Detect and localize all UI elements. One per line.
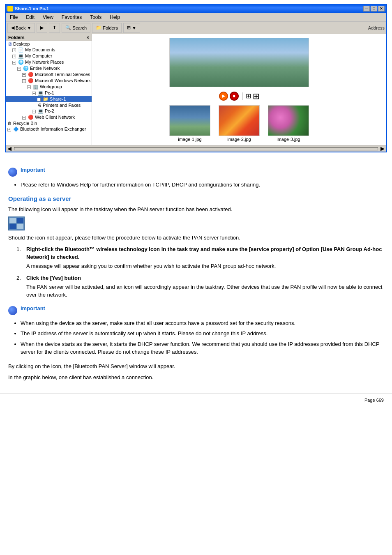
folders-label: Folders <box>103 25 118 30</box>
expand-msts[interactable]: + <box>22 73 26 77</box>
expand-pc1[interactable]: − <box>32 92 36 95</box>
expand-mynetwork[interactable]: − <box>12 61 16 64</box>
step-1: 1. Right-click the Bluetooth™ wireless t… <box>16 245 384 270</box>
menu-tools[interactable]: Tools <box>88 14 104 21</box>
scroll-right-btn[interactable]: ▶ <box>379 145 386 152</box>
expand-webclient[interactable]: + <box>22 116 26 120</box>
thumbnail-3[interactable]: image-3.jpg <box>268 105 309 142</box>
tree-item-bluetooth[interactable]: + 🔷 Bluetooth Information Exchanger <box>6 126 92 132</box>
menu-help[interactable]: Help <box>107 14 122 21</box>
expand-pc2[interactable]: + <box>32 110 36 113</box>
important-bullets-1: Please refer to Windows Help for further… <box>8 181 384 189</box>
msts-icon: 🔴 <box>28 72 34 77</box>
tree-item-recycle[interactable]: 🗑 Recycle Bin <box>6 120 92 126</box>
menu-favorites[interactable]: Favorites <box>59 14 84 21</box>
important-section-1: Important <box>8 167 384 177</box>
tree-item-mydocs[interactable]: + 📄 My Documents <box>6 47 92 53</box>
mynetwork-icon: 🌐 <box>18 60 24 64</box>
pan-cell-3 <box>9 224 16 229</box>
stop-button[interactable]: ■ <box>230 92 239 101</box>
tree-item-share1[interactable]: + 📁 Share-1 <box>6 96 92 102</box>
tree-item-desktop[interactable]: 🖥 Desktop <box>6 41 92 47</box>
minimize-button[interactable]: ─ <box>363 6 370 12</box>
folders-close-btn[interactable]: × <box>87 35 89 40</box>
important-block-2: Important <box>21 305 45 311</box>
play-button[interactable]: ▶ <box>219 92 228 101</box>
expand-bluetooth[interactable]: + <box>7 128 11 131</box>
webclient-icon: 🔴 <box>28 115 34 120</box>
landscape-image <box>169 38 309 87</box>
views-button[interactable]: ⊞▼ <box>123 23 140 33</box>
thumb-img-2 <box>219 105 260 136</box>
thumbnail-1[interactable]: image-1.jpg <box>169 105 210 142</box>
important-section-2: Important <box>8 305 384 315</box>
maximize-button[interactable]: □ <box>371 6 377 12</box>
expand-share1[interactable]: + <box>37 98 41 101</box>
operating-intro: The following icon will appear in the ta… <box>8 205 384 214</box>
up-button[interactable]: ⬆ <box>49 23 60 33</box>
pan-cell-2 <box>17 218 23 223</box>
tree-item-workgroup[interactable]: − 🏢 Workgroup <box>6 84 92 90</box>
expand-workgroup[interactable]: − <box>27 85 31 89</box>
search-button[interactable]: 🔍 Search <box>62 23 90 33</box>
closing-text-1: By clicking on the icon, the [Bluetooth … <box>8 362 384 371</box>
tree-item-entirenetwork[interactable]: − 🌐 Entire Network <box>6 65 92 71</box>
menu-view[interactable]: View <box>40 14 56 21</box>
size-icon1: ⊞ <box>246 92 251 100</box>
tree-item-mynetwork[interactable]: − 🌐 My Network Places <box>6 59 92 65</box>
scrollbar-track[interactable] <box>14 147 378 150</box>
menu-edit[interactable]: Edit <box>23 14 37 21</box>
tree-item-msts[interactable]: + 🔴 Microsoft Terminal Services <box>6 71 92 78</box>
expand-entirenetwork[interactable]: − <box>17 67 21 71</box>
important-icon-2 <box>8 306 17 315</box>
back-button[interactable]: ◀ Back ▼ <box>7 23 35 33</box>
important-bullet-1-0: Please refer to Windows Help for further… <box>21 181 384 189</box>
important-bullet-2-2: When the device starts as the server, it… <box>21 340 384 356</box>
close-button[interactable]: ✕ <box>378 6 385 12</box>
back-arrow-icon: ◀ <box>11 25 14 30</box>
forward-arrow-icon: ▶ <box>40 25 44 30</box>
toolbar: ◀ Back ▼ ▶ ⬆ 🔍 Search 📁 Folders ⊞▼ Addre… <box>6 22 386 34</box>
menu-file[interactable]: File <box>7 14 20 21</box>
entirenetwork-icon: 🌐 <box>23 66 29 71</box>
scroll-left-btn[interactable]: ◀ <box>6 145 13 152</box>
expand-mycomputer[interactable]: + <box>12 55 16 58</box>
expand-mswindows[interactable]: − <box>22 79 26 83</box>
address-label: Address <box>368 25 385 30</box>
tree-item-printers[interactable]: 🖨 Printers and Faxes <box>6 102 92 108</box>
share1-icon: 📁 <box>43 97 48 101</box>
thumbnail-2[interactable]: image-2.jpg <box>219 105 260 142</box>
views-icon: ⊞ <box>127 25 131 30</box>
thumb-img-1 <box>169 105 210 136</box>
explorer-body: Folders × 🖥 Desktop + 📄 My Documents + 💻… <box>6 34 386 145</box>
tree-item-pc2[interactable]: + 💻 Pc-2 <box>6 108 92 114</box>
closing-text-2: In the graphic below, one client has est… <box>8 373 384 382</box>
mswindows-icon: 🔴 <box>28 78 34 83</box>
important-label-1: Important <box>21 167 45 173</box>
forward-button[interactable]: ▶ <box>37 23 47 33</box>
steps-list: 1. Right-click the Bluetooth™ wireless t… <box>8 245 384 299</box>
content-panel: ▶ ■ ⊞ ⊞ image-1.jpg image-2.jpg image-3.… <box>92 34 386 145</box>
step-1-num: 1. <box>16 245 23 270</box>
thumb-label-2: image-2.jpg <box>227 137 251 142</box>
pan-cell-1 <box>9 218 16 223</box>
desktop-icon: 🖥 <box>7 41 12 46</box>
important-bullets-2: When using the device as the server, mak… <box>8 319 384 356</box>
mycomputer-icon: 💻 <box>18 53 24 58</box>
thumb-label-3: image-3.jpg <box>277 137 300 142</box>
window-title: Share-1 on Pc-1 <box>15 6 49 11</box>
folders-header: Folders × <box>6 34 92 41</box>
doc-content: Important Please refer to Windows Help f… <box>0 161 392 393</box>
tree-item-mycomputer[interactable]: + 💻 My Computer <box>6 53 92 59</box>
important-bullet-2-1: The IP address of the server is automati… <box>21 329 384 338</box>
pc1-icon: 💻 <box>38 90 44 95</box>
tree-item-mswindows[interactable]: − 🔴 Microsoft Windows Network <box>6 78 92 84</box>
expand-mydocs[interactable]: + <box>12 48 16 52</box>
back-dropdown-icon: ▼ <box>27 25 31 30</box>
tree-item-webclient[interactable]: + 🔴 Web Client Network <box>6 114 92 120</box>
folders-button[interactable]: 📁 Folders <box>92 23 122 33</box>
explorer-window: Share-1 on Pc-1 ─ □ ✕ File Edit View Fav… <box>5 4 387 152</box>
printers-icon: 🖨 <box>37 103 42 108</box>
step-1-detail: A message will appear asking you to conf… <box>26 262 384 270</box>
tree-item-pc1[interactable]: − 💻 Pc-1 <box>6 90 92 96</box>
